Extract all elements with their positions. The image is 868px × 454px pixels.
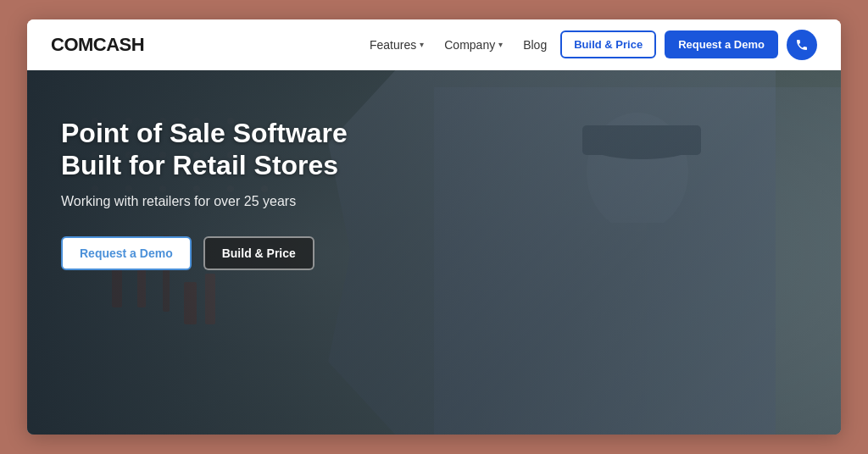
build-price-button[interactable]: Build & Price [560, 30, 656, 58]
features-label: Features [370, 38, 416, 52]
browser-window: COMCASH Features ▾ Company ▾ Blog Build … [27, 19, 841, 435]
nav-blog[interactable]: Blog [523, 38, 547, 52]
nav-links: Features ▾ Company ▾ Blog [370, 38, 547, 52]
hero-buttons: Request a Demo Build & Price [61, 236, 441, 270]
phone-button[interactable] [787, 30, 817, 60]
logo: COMCASH [51, 34, 144, 56]
navbar: COMCASH Features ▾ Company ▾ Blog Build … [27, 19, 841, 70]
hero-section: Point of Sale SoftwareBuilt for Retail S… [27, 70, 841, 435]
hero-content: Point of Sale SoftwareBuilt for Retail S… [27, 70, 475, 317]
company-label: Company [444, 38, 495, 52]
phone-icon [795, 38, 809, 52]
features-chevron: ▾ [420, 40, 424, 49]
request-demo-button[interactable]: Request a Demo [665, 30, 778, 58]
hero-title: Point of Sale SoftwareBuilt for Retail S… [61, 117, 441, 182]
nav-actions: Build & Price Request a Demo [560, 30, 817, 60]
hero-request-demo-button[interactable]: Request a Demo [61, 236, 192, 270]
hero-build-price-button[interactable]: Build & Price [203, 236, 314, 270]
hero-subtitle: Working with retailers for over 25 years [61, 194, 441, 209]
company-chevron: ▾ [498, 40, 503, 49]
nav-features[interactable]: Features ▾ [370, 38, 424, 52]
blog-label: Blog [523, 38, 547, 52]
nav-company[interactable]: Company ▾ [444, 38, 503, 52]
